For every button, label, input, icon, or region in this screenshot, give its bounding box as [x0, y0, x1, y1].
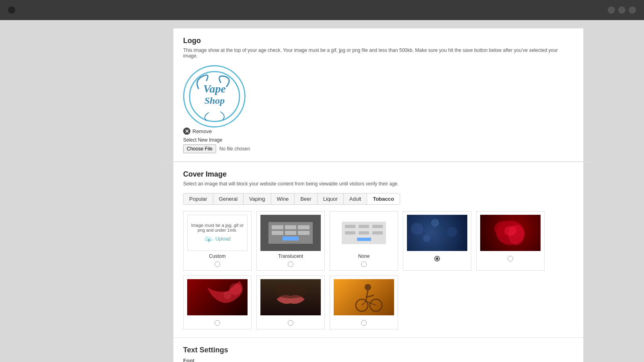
translucent-radio[interactable] — [288, 261, 293, 267]
text-settings-section: Text Settings Font — [173, 338, 584, 362]
dark-bokeh-radio[interactable] — [434, 256, 440, 261]
upload-row: Upload — [204, 235, 231, 243]
cover-image-title: Cover Image — [183, 170, 574, 179]
logo-section: Logo This image show at the top of your … — [173, 28, 584, 162]
upload-cloud-icon — [204, 235, 214, 243]
image-card-lips[interactable] — [256, 276, 325, 329]
red-rose-svg — [480, 215, 541, 251]
image-grid: Image must be a jpg, gif or png and unde… — [183, 211, 574, 329]
translucent-label: Translucent — [278, 253, 303, 259]
svg-point-7 — [504, 226, 516, 236]
image-card-dark-bokeh[interactable] — [403, 211, 471, 271]
none-preview — [334, 215, 394, 251]
bike-radio[interactable] — [361, 320, 367, 326]
svg-text:Shop: Shop — [204, 95, 225, 106]
dark-bokeh-preview — [407, 215, 467, 251]
text-settings-title: Text Settings — [183, 346, 574, 354]
bokeh-dot-3 — [447, 227, 457, 237]
tab-tobacco[interactable]: Tobacco — [367, 193, 400, 204]
custom-radio[interactable] — [215, 261, 220, 267]
none-label: None — [358, 253, 370, 259]
logo-title: Logo — [183, 37, 574, 45]
cover-image-section: Cover Image Select an image that will bl… — [173, 162, 584, 338]
remove-button[interactable]: ✕ Remove — [183, 128, 574, 135]
remove-icon: ✕ — [183, 128, 190, 135]
choose-file-button[interactable]: Choose File — [183, 144, 216, 153]
top-bar — [0, 0, 644, 20]
tab-beer[interactable]: Beer — [295, 193, 317, 204]
image-card-none[interactable]: None — [330, 211, 398, 271]
bokeh-dot-1 — [411, 223, 423, 235]
cover-image-description: Select an image that will block your web… — [183, 181, 574, 187]
custom-upload-text: Image must be a jpg, gif or png and unde… — [191, 223, 244, 232]
wine-glass-radio[interactable] — [215, 320, 220, 326]
top-bar-left — [8, 6, 15, 14]
svg-point-10 — [275, 284, 307, 298]
select-new-label: Select New Image — [183, 137, 574, 143]
translucent-preview — [260, 215, 321, 251]
svg-line-12 — [366, 290, 368, 301]
font-label: Font — [183, 358, 574, 362]
lips-preview — [260, 279, 321, 315]
tab-wine[interactable]: Wine — [271, 193, 295, 204]
top-bar-dot-r1 — [608, 6, 615, 14]
tab-liquor[interactable]: Liquor — [318, 193, 344, 204]
bokeh-dot-4 — [423, 235, 430, 242]
tab-adult[interactable]: Adult — [344, 193, 367, 204]
translucent-form-mock — [268, 222, 313, 244]
none-radio[interactable] — [361, 261, 367, 267]
top-bar-dot-r3 — [629, 6, 636, 14]
top-bar-dot-r2 — [618, 6, 625, 14]
red-rose-preview — [480, 215, 541, 251]
svg-point-11 — [365, 284, 371, 290]
cover-image-tabs: Popular General Vaping Wine Beer Liquor … — [183, 193, 400, 205]
svg-point-8 — [229, 283, 242, 295]
custom-upload-preview: Image must be a jpg, gif or png and unde… — [187, 215, 248, 251]
main-content: Logo This image show at the top of your … — [60, 20, 584, 362]
logo-image-preview: Vape Shop — [183, 65, 246, 128]
svg-line-16 — [362, 301, 366, 305]
top-bar-right — [608, 6, 636, 14]
no-file-text: No file chosen — [219, 146, 250, 152]
remove-label: Remove — [192, 128, 212, 134]
image-card-red-rose[interactable] — [476, 211, 545, 271]
image-card-custom[interactable]: Image must be a jpg, gif or png and unde… — [183, 211, 252, 271]
vape-logo-svg: Vape Shop — [186, 68, 243, 125]
red-rose-radio[interactable] — [508, 256, 513, 261]
bike-preview — [334, 279, 394, 315]
tab-vaping[interactable]: Vaping — [244, 193, 271, 204]
lips-radio[interactable] — [288, 320, 293, 326]
bike-svg — [334, 279, 394, 315]
bokeh-dot-2 — [431, 219, 439, 227]
wine-glass-svg — [187, 279, 248, 315]
image-card-wine-glass[interactable] — [183, 276, 252, 329]
tab-general[interactable]: General — [213, 193, 244, 204]
top-bar-dot-left — [8, 6, 15, 14]
image-card-bike[interactable] — [330, 276, 398, 329]
wine-glass-preview — [187, 279, 248, 315]
logo-description: This image show at the top of your age c… — [183, 47, 574, 59]
svg-text:Vape: Vape — [203, 82, 226, 95]
svg-point-9 — [223, 291, 231, 299]
file-input-row: Choose File No file chosen — [183, 144, 574, 153]
radio-inner — [436, 257, 438, 260]
lips-svg — [260, 279, 321, 315]
image-card-translucent[interactable]: Translucent — [256, 211, 325, 271]
custom-label: Custom — [209, 253, 225, 259]
tab-popular[interactable]: Popular — [184, 193, 213, 204]
upload-label: Upload — [215, 236, 231, 242]
none-form-mock — [342, 222, 386, 244]
